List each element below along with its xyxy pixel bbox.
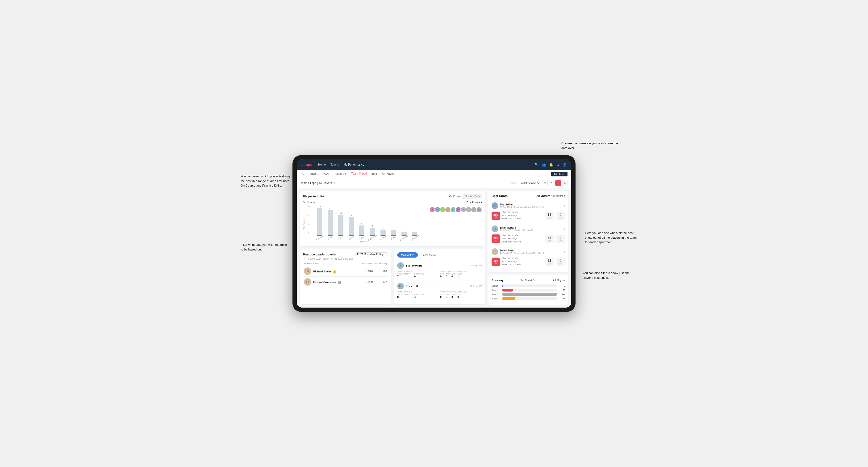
bar-value: 5 — [361, 223, 362, 225]
shot-avatar: Bl — [492, 225, 498, 232]
subnav-pgat[interactable]: PGAT Players — [301, 172, 318, 176]
tournament-value: 8 — [397, 295, 410, 299]
nav-home[interactable]: Home — [318, 163, 326, 166]
col-pb-score: PB SCORE — [359, 262, 373, 264]
best-shots-title: Best Shots — [492, 194, 507, 198]
bar-fill[interactable] — [328, 210, 333, 236]
subnav-hcaps[interactable]: Hcaps 1-5 — [334, 172, 346, 176]
practice-filter-dropdown[interactable]: PUTT Must Make Putting ... — [355, 252, 388, 256]
time-filter-select[interactable]: Last 3 months Last month Last 6 months L… — [519, 181, 540, 185]
view-heart-icon[interactable]: ♥ — [555, 180, 561, 186]
chart-filter-dropdown[interactable]: Total Rounds ▾ — [467, 201, 482, 204]
toggle-on-course[interactable]: On Course — [447, 194, 463, 198]
chevron-right-icon[interactable]: › — [564, 250, 565, 253]
shot-player-info: Bl Blair McHarg 23 Jul 2023 · Ashridge G… — [492, 225, 565, 232]
arg-label: ARG — [452, 293, 456, 295]
practice-subtitle: PUTT Must Make Putting (3-6 ft), Last 3 … — [303, 258, 388, 260]
subnav-team-clippd[interactable]: Team Clippd — [351, 172, 367, 176]
bar-fill[interactable] — [370, 228, 375, 236]
active-player-avatar: Bl — [397, 262, 404, 269]
bar-value: 13 — [319, 206, 321, 208]
app-label: APP — [446, 293, 450, 295]
nav-teams[interactable]: Teams — [331, 163, 339, 166]
best-shots-header: Best Shots All Shots ▾ All Players ▾ — [492, 194, 565, 198]
practice-player-row[interactable]: Ri Richard Butler 1 19/20 110 — [303, 266, 388, 277]
shot-item[interactable]: Da David Ford 24 Aug 2023 · Royal North … — [492, 246, 565, 269]
tab-least-active[interactable]: Least Active — [418, 252, 439, 257]
practice-players-list: Ri Richard Butler 1 19/20 110 Ed Edward … — [303, 266, 388, 287]
shot-item[interactable]: Ma Matt Miller 09 Jun 2023 · Royal North… — [492, 200, 565, 223]
y-axis-label: Total Rounds — [303, 206, 305, 243]
scoring-bar-fill — [502, 289, 513, 291]
tournament-col: Tournament 8 — [397, 293, 410, 299]
add-team-button[interactable]: Add Team — [551, 172, 567, 177]
tournament-label: Tournament — [397, 273, 410, 275]
rounds-grid: Total Rounds Tournament 8 Practice 4 Tot… — [397, 291, 482, 299]
view-list-icon[interactable]: ☰ — [549, 180, 554, 186]
bar-fill[interactable] — [338, 215, 343, 236]
tab-most-active[interactable]: Most Active — [397, 252, 418, 257]
shot-item[interactable]: Bl Blair McHarg 23 Jul 2023 · Ashridge G… — [492, 223, 565, 246]
filter-all-players[interactable]: All Players ▾ — [551, 194, 565, 197]
plus-circle-icon[interactable]: ⊕ — [556, 163, 559, 166]
bar-group: 3M. Miller — [388, 227, 399, 239]
chevron-right-icon[interactable]: › — [564, 204, 565, 208]
subnav-tour[interactable]: Tour — [372, 172, 377, 176]
scoring-filter-players[interactable]: All Players — [553, 279, 565, 282]
bar-fill[interactable] — [359, 225, 365, 236]
app-label: APP — [446, 273, 450, 275]
bar-value: 4 — [372, 225, 373, 227]
bar-fill[interactable] — [317, 208, 322, 236]
bell-icon[interactable]: 🔔 — [549, 163, 553, 166]
scoring-bar-row: Birdies 96 — [492, 289, 565, 291]
chevron-right-icon[interactable]: › — [564, 227, 565, 231]
search-icon[interactable]: 🔍 — [534, 163, 538, 166]
rounds-col-left: Total Rounds Tournament 7 Practice 6 — [397, 270, 439, 278]
putt-label: PUTT — [457, 293, 462, 295]
gtt-value: 0 — [440, 295, 444, 299]
bar-fill[interactable] — [380, 230, 385, 236]
rounds-col-left: Total Rounds Tournament 8 Practice 4 — [397, 291, 439, 299]
shot-player-details: Blair McHarg 23 Jul 2023 · Ashridge GC, … — [500, 226, 533, 231]
nav-my-performance[interactable]: My Performance — [343, 163, 364, 166]
practice-player-row[interactable]: Ed Edward Crossman 2 18/20 107 — [303, 277, 388, 287]
view-grid-icon[interactable]: ⊞ — [542, 180, 548, 186]
bar-fill[interactable] — [391, 230, 396, 236]
people-icon[interactable]: 👥 — [542, 163, 546, 166]
nav-links: Home Teams My Performance — [318, 163, 534, 166]
bar-fill[interactable] — [349, 217, 354, 236]
arg-value: 0 — [452, 295, 456, 299]
scoring-bar-fill — [502, 293, 557, 296]
subnav-pga[interactable]: PGA — [323, 172, 329, 176]
bar-value: 9 — [351, 214, 352, 216]
putt-value: 1 — [457, 275, 462, 278]
rank-badge: 1 — [333, 270, 336, 274]
bar-label: J. Coles — [348, 236, 354, 240]
view-settings-icon[interactable]: ⚙ — [562, 180, 567, 186]
subnav-all-players[interactable]: All Players — [382, 172, 395, 176]
stat-distance-value: 16 — [548, 259, 552, 262]
shot-details-text: Shot Dist: 16 ydsStart Lie: RoughEnd Lie… — [502, 257, 543, 267]
stat-distance-value: 43 — [548, 236, 552, 240]
arg-value: 0 — [452, 275, 456, 278]
stat-end-unit: yds — [559, 217, 562, 219]
stat-end-unit: yds — [559, 240, 562, 242]
shot-player-name: David Ford — [500, 249, 544, 252]
edit-icon[interactable]: ✎ — [333, 182, 335, 185]
player-info: Edward Crossman 2 — [313, 280, 359, 284]
toggle-practice-drills[interactable]: Practice Drills — [463, 194, 482, 198]
practice-col: Practice 4 — [414, 293, 424, 299]
shot-stat-group: 16 yds 0 yds — [545, 258, 565, 266]
chart-inner: 151050 13B. McHarg12R. Britt10D. Ford9J.… — [308, 206, 420, 243]
annotation-top-right: Choose the timescale you wish to see the… — [561, 141, 618, 150]
filter-all-shots[interactable]: All Shots ▾ — [536, 194, 550, 197]
shot-stat-end: 0 yds — [556, 258, 565, 266]
scoring-filter-par[interactable]: Par 3, 4 & 5s — [520, 279, 535, 282]
user-circle-icon[interactable]: 👤 — [563, 163, 566, 166]
bar-label: E. Ebert — [359, 236, 365, 240]
player-avg: 110 — [373, 270, 387, 273]
nav-icons: 🔍 👥 🔔 ⊕ 👤 — [534, 163, 566, 166]
y-axis: 151050 — [308, 206, 310, 234]
sub-nav: PGAT Players PGA Hcaps 1-5 Team Clippd T… — [297, 170, 571, 178]
shot-data: 198 SG Shot Dist: 16 ydsStart Lie: Rough… — [492, 257, 565, 267]
